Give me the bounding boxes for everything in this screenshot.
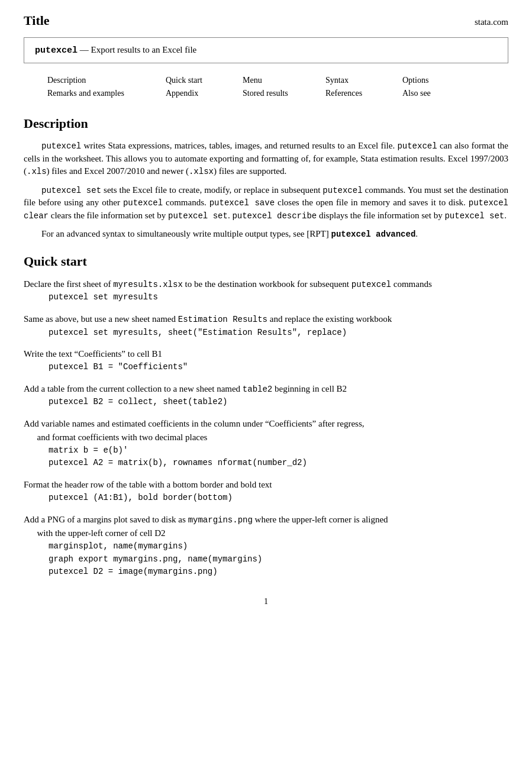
qs-text-7: Add a PNG of a margins plot saved to dis… <box>24 514 508 527</box>
qs-code-7c: putexcel D2 = image(mymargins.png) <box>49 566 508 578</box>
qs-text-5b: and format coefficients with two decimal… <box>37 431 509 444</box>
qs-text-2: Same as above, but use a new sheet named… <box>24 313 508 326</box>
qs-text-3: Write the text “Coefficients” to cell B1 <box>24 348 508 360</box>
qs-code-7b: graph export mymargins.png, name(mymargi… <box>49 554 508 566</box>
stata-com-label: stata.com <box>475 16 508 28</box>
qs-code-7a: marginsplot, name(mymargins) <box>49 541 508 553</box>
qs-item-5: Add variable names and estimated coeffic… <box>24 418 508 469</box>
quick-start-heading: Quick start <box>24 253 508 271</box>
nav-menu[interactable]: Menu Stored results <box>243 74 325 101</box>
nav-syntax[interactable]: Syntax References <box>325 74 402 101</box>
page-title: Title <box>24 12 50 30</box>
qs-code-5b: putexcel A2 = matrix(b), rownames nforma… <box>49 457 508 469</box>
page-header: Title stata.com <box>24 12 508 30</box>
qs-code-3: putexcel B1 = "Coefficients" <box>49 361 508 373</box>
page-number: 1 <box>24 596 508 608</box>
qs-text-4: Add a table from the current collection … <box>24 383 508 396</box>
qs-code-2: putexcel set myresults, sheet("Estimatio… <box>49 327 508 339</box>
qs-item-2: Same as above, but use a new sheet named… <box>24 313 508 338</box>
qs-text-6: Format the header row of the table with … <box>24 479 508 491</box>
description-para3: For an advanced syntax to simultaneously… <box>24 228 508 241</box>
qs-item-6: Format the header row of the table with … <box>24 479 508 504</box>
title-separator: — <box>78 45 91 54</box>
description-para1: putexcel writes Stata expressions, matri… <box>24 140 508 177</box>
qs-code-4: putexcel B2 = collect, sheet(table2) <box>49 396 508 408</box>
title-description: Export results to an Excel file <box>91 45 197 54</box>
qs-code-5a: matrix b = e(b)' <box>49 445 508 457</box>
description-heading: Description <box>24 115 508 133</box>
qs-code-1: putexcel set myresults <box>49 292 508 304</box>
qs-item-3: Write the text “Coefficients” to cell B1… <box>24 348 508 373</box>
qs-item-7: Add a PNG of a margins plot saved to dis… <box>24 514 508 578</box>
navigation-table: Description Remarks and examples Quick s… <box>47 74 508 101</box>
description-para2: putexcel set sets the Excel file to crea… <box>24 184 508 222</box>
nav-quickstart[interactable]: Quick start Appendix <box>166 74 243 101</box>
qs-item-4: Add a table from the current collection … <box>24 383 508 408</box>
qs-text-5: Add variable names and estimated coeffic… <box>24 418 508 430</box>
title-box: putexcel — Export results to an Excel fi… <box>24 37 508 63</box>
description-section: Description putexcel writes Stata expres… <box>24 115 508 241</box>
title-command: putexcel <box>35 46 78 56</box>
qs-code-6: putexcel (A1:B1), bold border(bottom) <box>49 492 508 504</box>
qs-text-7b: with the upper-left corner of cell D2 <box>37 527 509 540</box>
quick-start-section: Quick start Declare the first sheet of m… <box>24 253 508 578</box>
nav-description[interactable]: Description Remarks and examples <box>47 74 166 101</box>
qs-text-1: Declare the first sheet of myresults.xls… <box>24 278 508 291</box>
nav-options[interactable]: Options Also see <box>402 74 473 101</box>
qs-item-1: Declare the first sheet of myresults.xls… <box>24 278 508 304</box>
